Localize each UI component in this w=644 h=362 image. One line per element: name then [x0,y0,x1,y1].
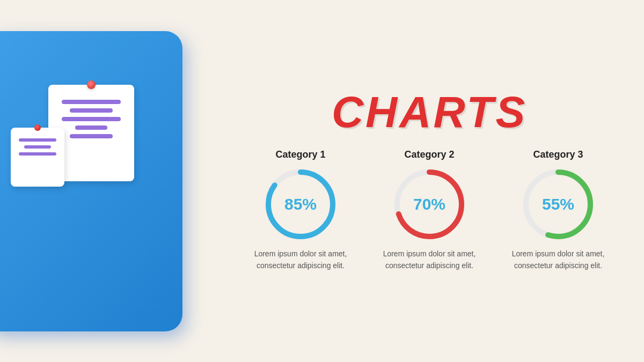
note-card-small [11,128,64,187]
chart-item-3: Category 3 55% Lorem ipsum dolor sit ame… [502,149,614,271]
percent-2: 70% [413,195,445,213]
description-1: Lorem ipsum dolor sit amet, consectetur … [244,248,357,271]
page-title: CHARTS [332,90,527,134]
description-3: Lorem ipsum dolor sit amet, consectetur … [502,248,614,271]
note-line-4 [75,125,107,130]
note-line-1 [62,100,121,104]
charts-row: Category 1 85% Lorem ipsum dolor sit ame… [236,149,623,271]
pin-small-icon [34,124,41,131]
percent-3: 55% [542,195,574,213]
chart-item-2: Category 2 70% Lorem ipsum dolor sit ame… [373,149,486,271]
donut-chart-1: 85% [263,167,338,242]
chart-item-1: Category 1 85% Lorem ipsum dolor sit ame… [244,149,357,271]
donut-chart-3: 55% [521,167,596,242]
category-1-label: Category 1 [275,149,325,160]
note-line-2 [70,108,113,113]
note-line-small-2 [24,145,51,149]
left-panel [0,0,225,362]
note-line-5 [70,134,113,138]
note-line-small-3 [19,152,56,156]
note-line-3 [62,117,121,121]
note-line-small-1 [19,138,56,142]
percent-1: 85% [284,195,317,213]
right-panel: CHARTS Category 1 85% Lorem ipsum dolor … [225,0,644,362]
bulletin-board [0,31,182,331]
donut-chart-2: 70% [392,167,467,242]
category-3-label: Category 3 [533,149,583,160]
pin-icon [87,80,96,89]
description-2: Lorem ipsum dolor sit amet, consectetur … [373,248,486,271]
category-2-label: Category 2 [404,149,454,160]
